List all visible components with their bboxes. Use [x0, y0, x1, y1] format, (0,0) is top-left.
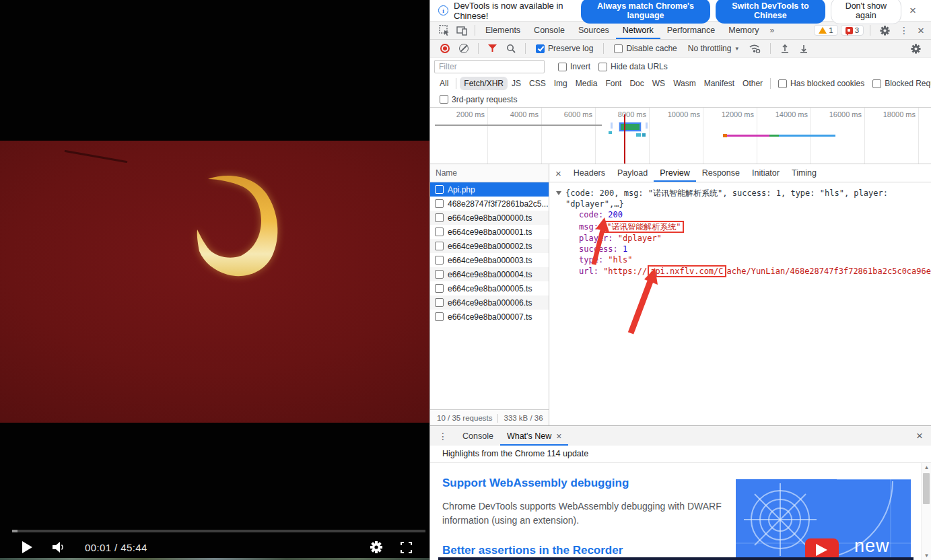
- whats-new-link-recorder[interactable]: Better assertions in the Recorder: [442, 544, 623, 557]
- settings-gear-icon[interactable]: [876, 26, 893, 36]
- clear-network-log-button[interactable]: [459, 44, 469, 53]
- tab-console[interactable]: Console: [527, 22, 572, 39]
- type-filter-img[interactable]: Img: [550, 77, 572, 90]
- third-party-requests-checkbox[interactable]: 3rd-party requests: [436, 95, 521, 104]
- blocked-requests-checkbox[interactable]: Blocked Requests: [868, 79, 931, 88]
- table-row[interactable]: e664ce9e8ba000004.ts: [430, 267, 549, 281]
- table-row[interactable]: e664ce9e8ba000001.ts: [430, 225, 549, 239]
- volume-icon[interactable]: [53, 542, 66, 553]
- warnings-badge[interactable]: 1: [814, 25, 837, 36]
- tab-elements[interactable]: Elements: [479, 22, 527, 39]
- tab-performance[interactable]: Performance: [660, 22, 722, 39]
- table-row[interactable]: e664ce9e8ba000007.ts: [430, 310, 549, 324]
- type-filter-ws[interactable]: WS: [648, 77, 669, 90]
- devtools-menu-icon[interactable]: ⋮: [896, 25, 912, 36]
- row-checkbox[interactable]: [435, 298, 444, 307]
- checkbox-unchecked[interactable]: [440, 95, 448, 104]
- checkbox-unchecked[interactable]: [614, 44, 623, 53]
- checkbox-unchecked[interactable]: [558, 63, 567, 71]
- filter-icon[interactable]: [485, 44, 500, 53]
- row-checkbox[interactable]: [435, 199, 444, 208]
- tab-headers[interactable]: Headers: [567, 165, 611, 182]
- row-checkbox[interactable]: [435, 242, 444, 250]
- import-har-icon[interactable]: [777, 44, 793, 53]
- row-checkbox[interactable]: [435, 270, 444, 279]
- table-row[interactable]: 468e28747f3f72861ba2c5...: [430, 197, 549, 211]
- filter-input[interactable]: [434, 60, 545, 73]
- checkbox-unchecked[interactable]: [598, 63, 607, 71]
- type-filter-font[interactable]: Font: [601, 77, 625, 90]
- request-list-header[interactable]: Name: [430, 164, 549, 182]
- table-row[interactable]: e664ce9e8ba000000.ts: [430, 211, 549, 225]
- fullscreen-icon[interactable]: [401, 542, 412, 553]
- match-language-button[interactable]: Always match Chrome's language: [581, 0, 710, 24]
- table-row[interactable]: e664ce9e8ba000003.ts: [430, 253, 549, 267]
- network-overview-timeline[interactable]: 2000 ms 4000 ms 6000 ms 8000 ms 10000 ms…: [430, 108, 931, 164]
- drawer-tab-console[interactable]: Console: [456, 427, 500, 446]
- more-tabs-icon[interactable]: »: [765, 26, 778, 35]
- type-filter-wasm[interactable]: Wasm: [669, 77, 700, 90]
- close-detail-icon[interactable]: ×: [549, 168, 567, 178]
- issues-badge[interactable]: 3: [841, 25, 864, 36]
- has-blocked-cookies-checkbox[interactable]: Has blocked cookies: [774, 79, 868, 88]
- whats-new-video-thumbnail[interactable]: new: [736, 479, 911, 559]
- scrollbar-thumb[interactable]: [923, 473, 930, 504]
- dont-show-again-button[interactable]: Don't show again: [831, 0, 901, 24]
- preserve-log-checkbox[interactable]: Preserve log: [532, 44, 597, 53]
- record-network-log-button[interactable]: [440, 44, 450, 53]
- banner-close-icon[interactable]: ×: [907, 3, 919, 18]
- table-row[interactable]: e664ce9e8ba000005.ts: [430, 281, 549, 295]
- drawer-menu-icon[interactable]: ⋮: [430, 431, 456, 442]
- type-filter-css[interactable]: CSS: [525, 77, 550, 90]
- disable-cache-checkbox[interactable]: Disable cache: [610, 44, 681, 53]
- type-filter-all[interactable]: All: [436, 77, 452, 90]
- type-filter-doc[interactable]: Doc: [625, 77, 648, 90]
- network-settings-gear-icon[interactable]: [907, 44, 924, 54]
- close-tab-icon[interactable]: ×: [556, 427, 561, 446]
- search-icon[interactable]: [503, 44, 519, 53]
- video-settings-icon[interactable]: [370, 540, 383, 554]
- hide-data-urls-checkbox[interactable]: Hide data URLs: [594, 62, 672, 71]
- inspect-element-icon[interactable]: [436, 25, 453, 36]
- drawer-close-icon[interactable]: ×: [913, 429, 926, 443]
- tab-preview[interactable]: Preview: [654, 165, 695, 182]
- switch-to-chinese-button[interactable]: Switch DevTools to Chinese: [716, 0, 825, 24]
- video-progress-bar[interactable]: [12, 530, 425, 532]
- row-checkbox[interactable]: [435, 256, 444, 265]
- tab-sources[interactable]: Sources: [572, 22, 616, 39]
- row-checkbox[interactable]: [435, 213, 444, 222]
- scroll-up-icon[interactable]: ▲: [922, 464, 931, 470]
- drawer-tab-whats-new[interactable]: What's New ×: [500, 427, 568, 446]
- export-har-icon[interactable]: [796, 44, 812, 53]
- row-checkbox[interactable]: [435, 284, 444, 293]
- row-checkbox[interactable]: [435, 312, 444, 321]
- expand-triangle-icon[interactable]: [556, 191, 561, 195]
- throttling-select[interactable]: No throttling ▾: [684, 44, 743, 53]
- whats-new-scrollbar[interactable]: ▲ ▼: [921, 463, 931, 560]
- type-filter-js[interactable]: JS: [508, 77, 525, 90]
- table-row[interactable]: Api.php: [430, 182, 549, 197]
- checkbox-unchecked[interactable]: [778, 79, 787, 88]
- tab-memory[interactable]: Memory: [722, 22, 765, 39]
- row-checkbox[interactable]: [435, 228, 444, 236]
- invert-checkbox[interactable]: Invert: [554, 62, 594, 71]
- scroll-down-icon[interactable]: ▼: [922, 553, 931, 559]
- whats-new-link-wasm[interactable]: Support WebAssembly debugging: [442, 477, 629, 490]
- checkbox-checked[interactable]: [536, 44, 545, 53]
- row-checkbox[interactable]: [435, 185, 444, 194]
- table-row[interactable]: e664ce9e8ba000006.ts: [430, 295, 549, 310]
- tab-response[interactable]: Response: [696, 165, 746, 182]
- tab-timing[interactable]: Timing: [786, 165, 823, 182]
- device-toolbar-icon[interactable]: [453, 26, 471, 36]
- table-row[interactable]: e664ce9e8ba000002.ts: [430, 239, 549, 253]
- type-filter-other[interactable]: Other: [738, 77, 767, 90]
- checkbox-unchecked[interactable]: [872, 79, 881, 88]
- tab-initiator[interactable]: Initiator: [746, 165, 786, 182]
- play-button[interactable]: [22, 541, 32, 553]
- tab-network[interactable]: Network: [616, 22, 660, 39]
- json-root-row[interactable]: {code: 200, msg: "诺讯智能解析系统", success: 1,…: [556, 188, 931, 209]
- type-filter-manifest[interactable]: Manifest: [700, 77, 738, 90]
- devtools-close-icon[interactable]: ×: [915, 24, 927, 38]
- tab-payload[interactable]: Payload: [611, 165, 654, 182]
- type-filter-fetch-xhr[interactable]: Fetch/XHR: [460, 77, 508, 90]
